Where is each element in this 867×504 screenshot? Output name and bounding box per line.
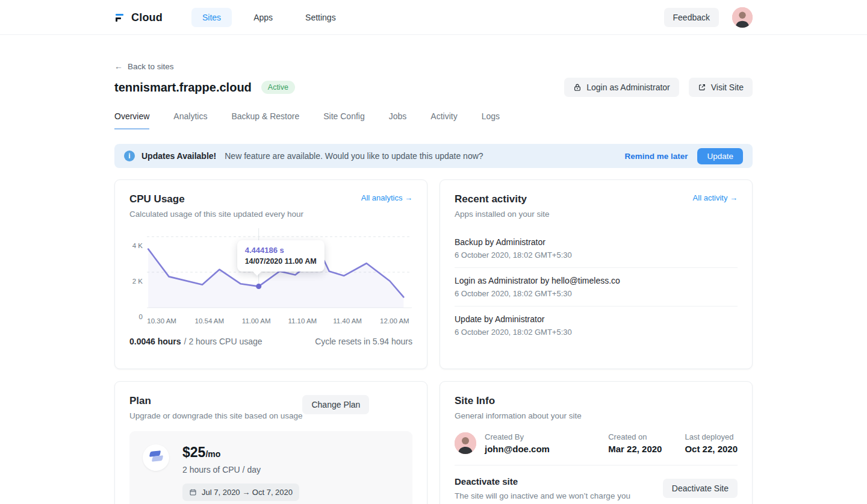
info-icon: i (124, 151, 135, 161)
site-info-card: Site Info General information about your… (440, 381, 753, 504)
last-deployed-value: Oct 22, 2020 (685, 444, 738, 454)
x-tick-label: 11.40 AM (333, 317, 362, 325)
cpu-usage-limit: / 2 hours CPU usage (184, 337, 263, 346)
divider (455, 465, 738, 465)
back-to-sites-link[interactable]: ← Back to sites (114, 61, 174, 71)
remind-me-later-link[interactable]: Remind me later (624, 152, 688, 161)
cpu-usage-value: 0.0046 hours (129, 337, 181, 346)
plan-description: 2 hours of CPU / day (182, 465, 299, 474)
activity-card-subtitle: Apps installed on your site (455, 210, 550, 219)
list-item: Login as Administrator by hello@timeless… (455, 267, 738, 306)
tab-activity[interactable]: Activity (430, 111, 457, 129)
tab-backup-restore[interactable]: Backup & Restore (231, 111, 299, 129)
recent-activity-card: Recent activity Apps installed on your s… (440, 179, 753, 369)
tooltip-label: 14/07/2020 11.00 AM (245, 257, 317, 266)
y-tick-label: 4 K (129, 242, 143, 249)
login-as-admin-button[interactable]: Login as Administrator (564, 78, 679, 97)
banner-title: Updates Available! (141, 151, 216, 161)
created-by-value: john@doe.com (485, 444, 550, 454)
all-analytics-link[interactable]: All analytics → (361, 193, 412, 202)
plan-panel: $25 /mo 2 hours of CPU / day Jul 7, 2020… (129, 431, 412, 504)
x-tick-label: 10.30 AM (147, 317, 176, 325)
deactivate-site-title: Deactivate site (455, 476, 630, 487)
y-tick-label: 2 K (129, 278, 143, 285)
plan-price-suffix: /mo (205, 449, 220, 459)
external-link-icon (698, 83, 706, 92)
y-tick-label: 0 (129, 313, 143, 320)
back-link-label: Back to sites (128, 62, 174, 71)
tooltip-value: 4.444186 s (245, 246, 317, 255)
tab-analytics[interactable]: Analytics (173, 111, 207, 129)
activity-list: Backup by Administrator 6 October 2020, … (455, 229, 738, 344)
chart-tooltip: 4.444186 s 14/07/2020 11.00 AM (237, 240, 325, 272)
nav-item-settings[interactable]: Settings (294, 8, 347, 27)
tab-site-config[interactable]: Site Config (323, 111, 364, 129)
x-tick-label: 12.00 AM (380, 317, 409, 325)
plan-icon (143, 444, 169, 471)
logo-text: Cloud (131, 11, 163, 24)
list-item: Backup by Administrator 6 October 2020, … (455, 229, 738, 267)
tab-logs[interactable]: Logs (482, 111, 500, 129)
frappe-cloud-logo[interactable]: Cloud (114, 11, 163, 24)
banner-message: New feature are available. Would you lik… (225, 151, 483, 161)
back-arrow-icon: ← (114, 61, 123, 71)
x-tick-label: 11.00 AM (242, 317, 271, 325)
plan-card-subtitle: Upgrade or downgrade this site based on … (129, 411, 302, 420)
update-button[interactable]: Update (697, 148, 743, 164)
avatar-image (732, 7, 753, 28)
status-badge: Active (261, 81, 295, 94)
cpu-card-subtitle: Calculated usage of this site updated ev… (129, 210, 303, 219)
plan-period-badge: Jul 7, 2020 → Oct 7, 2020 (182, 484, 299, 501)
site-tabs: Overview Analytics Backup & Restore Site… (114, 111, 753, 129)
creator-avatar (455, 432, 476, 454)
lock-icon (573, 83, 582, 92)
page-title: tennismart.frappe.cloud (114, 81, 252, 95)
nav-item-apps[interactable]: Apps (243, 8, 284, 27)
plan-card-title: Plan (129, 395, 302, 407)
tab-overview[interactable]: Overview (114, 111, 149, 129)
tab-jobs[interactable]: Jobs (389, 111, 407, 129)
site-info-subtitle: General information about your site (455, 411, 582, 420)
x-tick-label: 10.54 AM (195, 317, 225, 325)
calendar-icon (189, 488, 197, 496)
deactivate-site-button[interactable]: Deactivate Site (663, 479, 738, 498)
created-on-label: Created on (608, 432, 662, 441)
cpu-usage-chart[interactable]: 4 K2 K0 4.444186 s 14/07/2020 11.00 AM 1… (129, 228, 412, 327)
cpu-usage-card: CPU Usage Calculated usage of this site … (114, 179, 427, 369)
created-on-value: Mar 22, 2020 (608, 444, 662, 454)
activity-card-title: Recent activity (455, 193, 550, 205)
visit-site-button[interactable]: Visit Site (689, 78, 753, 97)
updates-banner: i Updates Available! New feature are ava… (114, 144, 753, 168)
nav-item-sites[interactable]: Sites (191, 8, 232, 27)
created-by-label: Created By (485, 432, 550, 441)
last-deployed-label: Last deployed (685, 432, 738, 441)
feedback-button[interactable]: Feedback (664, 8, 719, 27)
site-info-title: Site Info (455, 395, 582, 407)
creator-avatar-image (455, 432, 476, 454)
main-nav: Sites Apps Settings (191, 8, 347, 27)
list-item: Update by Administrator 6 October 2020, … (455, 306, 738, 344)
cycle-reset-text: Cycle resets in 5.94 hours (315, 337, 412, 346)
x-tick-label: 11.10 AM (288, 317, 317, 325)
plan-price: $25 (182, 444, 205, 461)
user-avatar[interactable] (732, 7, 753, 28)
plan-card: Plan Upgrade or downgrade this site base… (114, 381, 427, 504)
all-activity-link[interactable]: All activity → (693, 193, 738, 202)
cpu-card-title: CPU Usage (129, 193, 303, 205)
change-plan-button[interactable]: Change Plan (302, 395, 369, 414)
deactivate-site-text: The site will go inactive and we won’t c… (455, 491, 630, 500)
frappe-logo-icon (114, 11, 126, 23)
top-nav: Cloud Sites Apps Settings Feedback (0, 0, 867, 35)
chart-x-axis: 10.30 AM10.54 AM11.00 AM11.10 AM11.40 AM… (145, 317, 412, 327)
